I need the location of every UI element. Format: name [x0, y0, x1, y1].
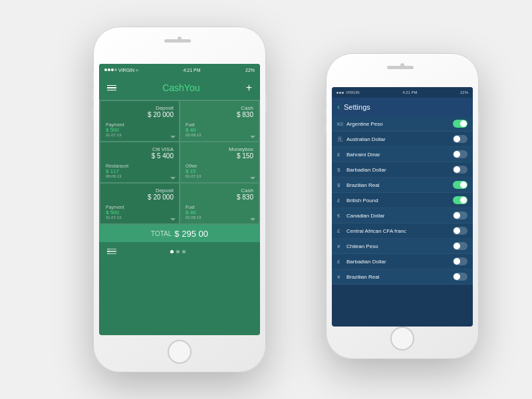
card-arrow-1 [250, 136, 255, 138]
s-time: 4:21 PM [402, 90, 417, 94]
card-1[interactable]: Cash $ 830 Fuel $ 40 02.08.13 [180, 101, 259, 141]
card-date-5: 02.08.13 [186, 215, 253, 219]
currency-name-4: Brazilian Real [346, 182, 453, 188]
card-0[interactable]: Deposit $ 20 000 Payment $ 500 31.07.13 [100, 101, 179, 141]
currency-row-7[interactable]: £ Central African CFA franc [332, 223, 473, 239]
currency-name-0: Argentine Peso [346, 121, 453, 127]
toggle-0[interactable] [453, 120, 467, 128]
toggle-9[interactable] [453, 257, 467, 265]
toggle-3[interactable] [453, 166, 467, 174]
currency-row-1[interactable]: 元 Australian Dollar [332, 132, 473, 147]
settings-home-button[interactable] [390, 327, 414, 350]
s-dot2 [339, 92, 341, 94]
currency-row-8[interactable]: ¥ Chilean Peso [332, 239, 473, 254]
list-icon[interactable] [107, 249, 116, 255]
settings-title: Settings [344, 103, 370, 111]
s-silent-button[interactable] [325, 95, 327, 103]
card-amount-3: $ 150 [186, 152, 253, 160]
currency-name-2: Bahraini Dinar [346, 152, 453, 158]
toggle-2[interactable] [453, 150, 467, 158]
card-sub-label-5: Fuel [186, 205, 253, 209]
currency-name-6: Canadian Dollar [346, 213, 453, 219]
card-title-5: Cash [186, 188, 253, 194]
bar2 [107, 87, 116, 88]
menu-icon[interactable] [107, 85, 116, 91]
currency-symbol-1: 元 [337, 136, 346, 143]
currency-name-9: Barbadian Dollar [346, 259, 453, 265]
card-sub-label-2: Restaraunt [106, 164, 174, 168]
dot-2 [176, 250, 180, 253]
dot-active [170, 250, 174, 253]
app-header: CashYou + [99, 76, 260, 100]
total-label: TOTAL [151, 230, 172, 237]
currency-row-0[interactable]: Kč Argentine Peso [332, 116, 473, 132]
currency-row-2[interactable]: £ Bahraini Dinar [332, 147, 473, 162]
toggle-4[interactable] [453, 181, 467, 189]
card-date-0: 31.07.13 [106, 133, 174, 137]
card-4[interactable]: Deposit $ 20 000 Payment $ 500 31.07.13 [100, 184, 179, 223]
currency-row-10[interactable]: ¥ Brazilian Real [332, 269, 473, 285]
toggle-8[interactable] [453, 242, 467, 250]
total-bar: TOTAL $ 295 00 [99, 225, 260, 242]
dot2 [108, 68, 110, 71]
card-sub-amount-3: $ 15 [186, 168, 253, 174]
settings-screen: VIRGIN 4:21 PM 22% ‹ Settings Kč Argenti… [332, 87, 473, 327]
card-title-4: Deposit [106, 188, 174, 194]
card-amount-0: $ 20 000 [106, 111, 174, 118]
s-power-button[interactable] [478, 112, 480, 127]
card-amount-4: $ 20 000 [106, 194, 174, 201]
settings-status-bar: VIRGIN 4:21 PM 22% [332, 87, 473, 98]
add-icon[interactable]: + [246, 82, 252, 93]
logo-regular: Cash [162, 82, 184, 93]
card-amount-2: $ 5 400 [106, 152, 174, 160]
currency-row-9[interactable]: £ Barbadian Dollar [332, 254, 473, 269]
card-sub-amount-1: $ 40 [186, 127, 253, 133]
currency-list: Kč Argentine Peso 元 Australian Dollar £ … [332, 116, 473, 285]
currency-row-5[interactable]: £ British Pound [332, 193, 473, 208]
phone-settings: VIRGIN 4:21 PM 22% ‹ Settings Kč Argenti… [326, 53, 479, 359]
back-button[interactable]: ‹ [337, 102, 340, 112]
li2 [107, 251, 116, 252]
currency-name-1: Australian Dollar [346, 136, 453, 142]
s-vol-up-button[interactable] [325, 107, 327, 119]
carrier-label: VIRGIN [118, 68, 134, 72]
vol-down-button[interactable] [92, 106, 94, 120]
toggle-6[interactable] [453, 211, 467, 219]
dot4 [114, 68, 117, 71]
currency-symbol-2: £ [337, 152, 346, 158]
bottom-nav [99, 242, 260, 261]
toggle-1[interactable] [453, 135, 467, 143]
card-5[interactable]: Cash $ 830 Fuel $ 40 02.08.13 [180, 184, 259, 223]
status-bar: VIRGIN ≈ 4:21 PM 22% [99, 64, 260, 76]
card-title-1: Cash [186, 105, 253, 111]
toggle-10[interactable] [453, 273, 467, 281]
main-screen: VIRGIN ≈ 4:21 PM 22% CashYou + [99, 64, 260, 335]
power-button[interactable] [265, 94, 267, 112]
s-vol-down-button[interactable] [325, 122, 327, 134]
card-title-0: Deposit [106, 105, 174, 111]
home-button[interactable] [168, 340, 192, 364]
toggle-5[interactable] [453, 196, 467, 204]
card-2[interactable]: Citi VISA $ 5 400 Restaraunt $ 117 08.08… [100, 142, 179, 182]
currency-row-3[interactable]: $ Barbadian Dollar [332, 162, 473, 178]
currency-symbol-7: £ [337, 228, 346, 234]
card-sub-label-3: Other [186, 164, 253, 168]
dot3 [111, 68, 114, 71]
speaker [164, 39, 191, 43]
silent-button[interactable] [92, 74, 94, 83]
bar3 [107, 90, 116, 91]
card-sub-amount-4: $ 500 [106, 209, 174, 215]
currency-row-6[interactable]: € Canadian Dollar [332, 208, 473, 223]
vol-up-button[interactable] [92, 87, 94, 102]
li1 [107, 249, 116, 250]
card-3[interactable]: Moneybox $ 150 Other $ 15 01.07.13 [180, 142, 259, 182]
currency-row-4[interactable]: $ Brazilian Real [332, 178, 473, 193]
card-arrow-5 [250, 218, 255, 221]
currency-symbol-0: Kč [337, 121, 346, 127]
page-dots [116, 250, 239, 253]
card-amount-1: $ 830 [186, 111, 253, 118]
s-dot3 [342, 92, 344, 94]
currency-symbol-10: ¥ [337, 274, 346, 280]
currency-symbol-6: € [337, 213, 346, 219]
toggle-7[interactable] [453, 227, 467, 235]
